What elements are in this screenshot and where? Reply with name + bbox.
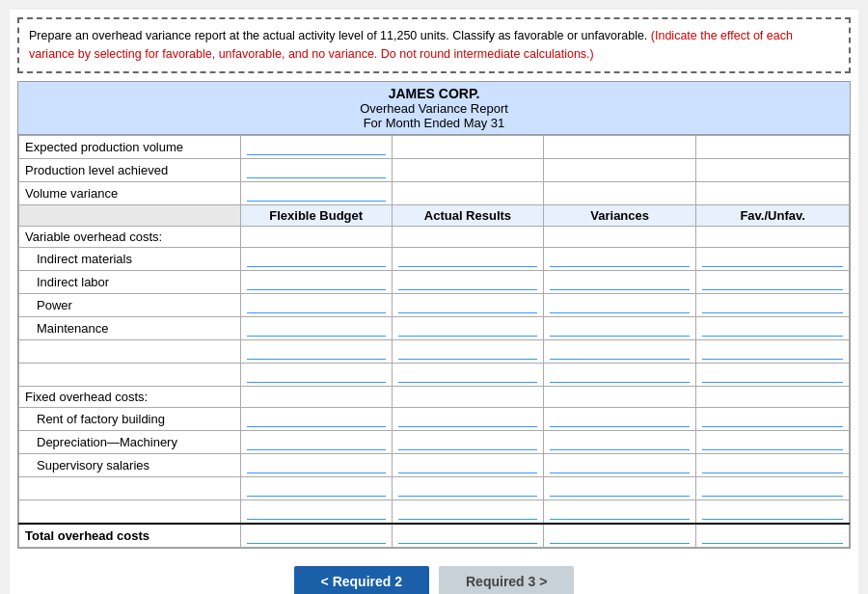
rent-factory-favunfav[interactable]: [696, 407, 850, 430]
var-empty1-actual-input[interactable]: [398, 343, 537, 360]
depreciation-flex-input[interactable]: [247, 434, 386, 450]
maintenance-variance-input[interactable]: [550, 320, 690, 337]
fix-empty2-flex-input[interactable]: [247, 503, 386, 520]
var-empty2-fav-input[interactable]: [702, 366, 843, 383]
power-row: Power: [19, 293, 850, 316]
var-empty2-actual-input[interactable]: [398, 366, 537, 383]
var-empty1-fav-input[interactable]: [702, 343, 843, 360]
indirect-materials-favunfav-input[interactable]: [702, 251, 843, 267]
total-overhead-actual-input[interactable]: [398, 527, 537, 544]
production-level-input[interactable]: [247, 162, 386, 178]
indirect-labor-variance[interactable]: [544, 270, 696, 293]
power-actual[interactable]: [392, 293, 543, 316]
rent-factory-variance[interactable]: [544, 407, 696, 430]
rent-factory-favunfav-input[interactable]: [702, 411, 843, 427]
depreciation-favunfav[interactable]: [696, 430, 850, 453]
indirect-materials-row: Indirect materials: [19, 247, 850, 270]
rent-factory-variance-input[interactable]: [550, 411, 690, 427]
fix-empty1-fav-input[interactable]: [702, 480, 843, 497]
maintenance-favunfav[interactable]: [696, 316, 850, 339]
fix-empty2-var-input[interactable]: [550, 503, 690, 520]
total-overhead-flex-input[interactable]: [247, 527, 386, 544]
expected-production-input-cell[interactable]: [240, 135, 392, 158]
expected-production-input[interactable]: [247, 139, 386, 155]
production-level-label: Production level achieved: [19, 158, 241, 181]
power-flex-input[interactable]: [247, 297, 386, 313]
indirect-materials-favunfav[interactable]: [696, 247, 850, 270]
total-overhead-favunfav[interactable]: [696, 524, 850, 548]
power-actual-input[interactable]: [398, 297, 537, 313]
maintenance-flex[interactable]: [240, 316, 392, 339]
fix-empty1-actual-input[interactable]: [398, 480, 537, 497]
power-variance-input[interactable]: [550, 297, 690, 313]
fixed-overhead-label: Fixed overhead costs:: [19, 386, 241, 407]
rent-factory-flex[interactable]: [240, 407, 392, 430]
indirect-materials-flex-input[interactable]: [247, 251, 386, 267]
var-empty1-var-input[interactable]: [550, 343, 690, 360]
supervisory-favunfav-input[interactable]: [702, 457, 843, 473]
indirect-materials-flex[interactable]: [240, 247, 392, 270]
indirect-labor-actual-input[interactable]: [398, 274, 537, 290]
supervisory-variance-input[interactable]: [550, 457, 690, 473]
supervisory-actual[interactable]: [392, 453, 543, 476]
production-level-input-cell[interactable]: [240, 158, 392, 181]
depreciation-variance-input[interactable]: [550, 434, 690, 450]
indirect-labor-label: Indirect labor: [19, 270, 241, 293]
total-overhead-favunfav-input[interactable]: [702, 527, 843, 544]
var-empty2-var-input[interactable]: [550, 366, 690, 383]
total-overhead-label: Total overhead costs: [19, 524, 241, 548]
indirect-materials-actual[interactable]: [392, 247, 543, 270]
total-overhead-variance-input[interactable]: [550, 527, 690, 544]
supervisory-favunfav[interactable]: [696, 453, 850, 476]
indirect-labor-favunfav-input[interactable]: [702, 274, 843, 290]
required2-button[interactable]: < Required 2: [294, 566, 429, 595]
indirect-materials-variance[interactable]: [544, 247, 696, 270]
depreciation-variance[interactable]: [544, 430, 696, 453]
volume-variance-input[interactable]: [247, 185, 386, 202]
expected-production-empty2: [544, 135, 696, 158]
indirect-materials-actual-input[interactable]: [398, 251, 537, 267]
depreciation-favunfav-input[interactable]: [702, 434, 843, 450]
var-empty2-flex-input[interactable]: [247, 366, 386, 383]
total-overhead-variance[interactable]: [544, 524, 696, 548]
report-title: Overhead Variance Report: [22, 101, 846, 116]
maintenance-variance[interactable]: [544, 316, 696, 339]
supervisory-flex-input[interactable]: [247, 457, 386, 473]
indirect-materials-variance-input[interactable]: [550, 251, 690, 267]
total-overhead-flex[interactable]: [240, 524, 392, 548]
rent-factory-flex-input[interactable]: [247, 411, 386, 427]
maintenance-flex-input[interactable]: [247, 320, 386, 337]
rent-factory-label: Rent of factory building: [19, 407, 241, 430]
volume-variance-input-cell[interactable]: [240, 181, 392, 204]
indirect-labor-actual[interactable]: [392, 270, 543, 293]
maintenance-actual[interactable]: [392, 316, 543, 339]
maintenance-actual-input[interactable]: [398, 320, 537, 337]
rent-factory-actual-input[interactable]: [398, 411, 537, 427]
depreciation-actual-input[interactable]: [398, 434, 537, 450]
fav-unfav-header: Fav./Unfav.: [696, 204, 850, 226]
power-favunfav[interactable]: [696, 293, 850, 316]
supervisory-flex[interactable]: [240, 453, 392, 476]
power-flex[interactable]: [240, 293, 392, 316]
depreciation-flex[interactable]: [240, 430, 392, 453]
indirect-labor-variance-input[interactable]: [550, 274, 690, 290]
power-favunfav-input[interactable]: [702, 297, 843, 313]
indirect-labor-favunfav[interactable]: [696, 270, 850, 293]
depreciation-actual[interactable]: [392, 430, 543, 453]
maintenance-favunfav-input[interactable]: [702, 320, 843, 337]
power-variance[interactable]: [544, 293, 696, 316]
fix-empty1-var-input[interactable]: [550, 480, 690, 497]
supervisory-actual-input[interactable]: [398, 457, 537, 473]
supervisory-variance[interactable]: [544, 453, 696, 476]
required3-button[interactable]: Required 3 >: [439, 566, 574, 595]
total-overhead-actual[interactable]: [392, 524, 543, 548]
indirect-labor-flex-input[interactable]: [247, 274, 386, 290]
fix-empty2-fav-input[interactable]: [702, 503, 843, 520]
rent-factory-actual[interactable]: [392, 407, 543, 430]
var-empty1-flex-input[interactable]: [247, 343, 386, 360]
supervisory-salaries-row: Supervisory salaries: [19, 453, 850, 476]
indirect-labor-flex[interactable]: [240, 270, 392, 293]
fix-empty1-flex-input[interactable]: [247, 480, 386, 497]
fix-empty2-actual-input[interactable]: [398, 503, 537, 520]
page-wrapper: Prepare an overhead variance report at t…: [10, 10, 858, 594]
